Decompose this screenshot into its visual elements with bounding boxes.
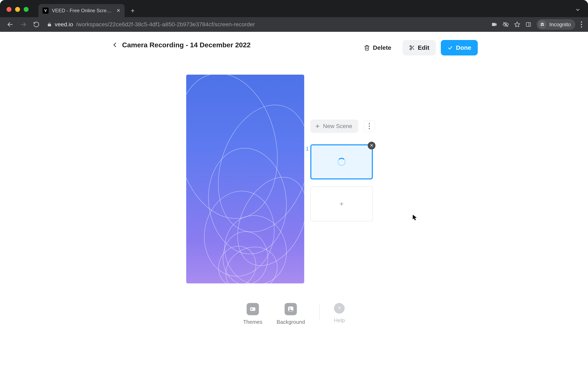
- new-scene-button[interactable]: New Scene: [310, 119, 358, 133]
- svg-line-17: [411, 47, 412, 48]
- background-label: Background: [277, 319, 305, 325]
- window-controls: [7, 7, 29, 12]
- background-icon: [285, 303, 297, 315]
- header-actions: Delete Edit Done: [357, 40, 478, 55]
- done-label: Done: [456, 44, 471, 51]
- new-tab-button[interactable]: +: [127, 5, 138, 16]
- themes-button[interactable]: Themes: [243, 303, 262, 325]
- toolbar-right: Incognito: [491, 19, 582, 30]
- svg-rect-5: [526, 23, 531, 26]
- trash-icon: [364, 45, 370, 51]
- kebab-menu-icon[interactable]: [581, 21, 582, 27]
- edit-button[interactable]: Edit: [403, 40, 436, 55]
- window-zoom-icon[interactable]: [24, 7, 29, 12]
- url-path: /workspaces/22ce6d2f-38c5-4df1-a850-2b97…: [76, 21, 255, 28]
- lock-icon: [47, 22, 52, 27]
- loading-spinner-icon: [337, 158, 346, 166]
- browser-tab[interactable]: V VEED - Free Online Screen & V ✕: [38, 4, 125, 17]
- back-button[interactable]: [110, 40, 120, 50]
- preview-canvas: [186, 75, 304, 284]
- delete-label: Delete: [373, 44, 391, 51]
- svg-point-13: [410, 46, 411, 47]
- svg-rect-34: [250, 308, 255, 311]
- star-icon[interactable]: [514, 21, 520, 27]
- browser-chrome: V VEED - Free Online Screen & V ✕ + veed…: [0, 0, 588, 32]
- preview-artwork: [186, 75, 304, 284]
- window-minimize-icon[interactable]: [15, 7, 20, 12]
- svg-point-23: [223, 232, 268, 284]
- bottom-bar: Themes Background ? Help: [243, 303, 345, 325]
- camera-icon[interactable]: [491, 21, 497, 27]
- svg-point-8: [543, 25, 544, 26]
- nav-back-button[interactable]: [6, 20, 15, 29]
- svg-point-19: [203, 93, 304, 244]
- done-button[interactable]: Done: [441, 40, 478, 55]
- scene-thumbnail[interactable]: ✕: [310, 144, 373, 179]
- tab-title: VEED - Free Online Screen & V: [52, 8, 113, 13]
- scissors-icon: [409, 45, 415, 50]
- divider: [319, 304, 320, 321]
- svg-point-37: [289, 308, 291, 309]
- nav-reload-button[interactable]: [32, 20, 41, 29]
- svg-point-26: [224, 166, 304, 277]
- delete-button[interactable]: Delete: [357, 40, 398, 55]
- svg-marker-4: [515, 22, 520, 27]
- mouse-cursor-icon: [412, 215, 417, 221]
- svg-point-30: [369, 125, 370, 127]
- tab-close-icon[interactable]: ✕: [116, 8, 121, 13]
- url-host: veed.io: [55, 21, 73, 28]
- svg-point-11: [581, 24, 582, 25]
- add-scene-slot[interactable]: [310, 186, 373, 221]
- page-header: Camera Recording - 14 December 2022 Dele…: [0, 40, 588, 50]
- window-close-icon[interactable]: [7, 7, 11, 12]
- help-icon: ?: [334, 303, 345, 314]
- svg-point-18: [186, 75, 290, 228]
- svg-point-10: [581, 21, 582, 23]
- help-label: Help: [334, 317, 345, 324]
- svg-rect-9: [542, 25, 543, 25]
- svg-point-35: [251, 308, 252, 310]
- scenes-more-button[interactable]: [364, 120, 375, 132]
- scenes-panel: New Scene 1 ✕: [310, 119, 392, 221]
- check-icon: [447, 45, 453, 50]
- new-scene-label: New Scene: [323, 123, 352, 129]
- browser-toolbar: veed.io/workspaces/22ce6d2f-38c5-4df1-a8…: [0, 17, 588, 32]
- svg-point-21: [198, 185, 281, 282]
- svg-point-31: [369, 128, 370, 129]
- svg-point-7: [541, 25, 542, 26]
- incognito-chip[interactable]: Incognito: [536, 19, 575, 30]
- incognito-icon: [538, 20, 546, 29]
- scene-remove-button[interactable]: ✕: [368, 142, 375, 150]
- address-bar[interactable]: veed.io/workspaces/22ce6d2f-38c5-4df1-a8…: [45, 21, 487, 28]
- svg-point-29: [369, 123, 370, 124]
- app-content: Camera Recording - 14 December 2022 Dele…: [0, 32, 588, 367]
- background-button[interactable]: Background: [277, 303, 305, 325]
- project-title: Camera Recording - 14 December 2022: [122, 41, 251, 49]
- help-button[interactable]: ? Help: [334, 303, 345, 324]
- sidepanel-icon[interactable]: [526, 22, 531, 27]
- edit-label: Edit: [418, 44, 429, 51]
- svg-line-16: [413, 48, 414, 50]
- themes-icon: [247, 303, 259, 315]
- svg-point-14: [410, 49, 411, 50]
- plus-icon: [315, 124, 320, 129]
- incognito-label: Incognito: [549, 21, 571, 28]
- tabs-overflow-icon[interactable]: [575, 7, 581, 13]
- tab-favicon: V: [43, 8, 49, 14]
- nav-forward-button[interactable]: [19, 20, 28, 29]
- scene-index: 1: [306, 146, 309, 152]
- svg-point-12: [581, 26, 582, 27]
- tab-strip: V VEED - Free Online Screen & V ✕ +: [0, 0, 588, 17]
- eye-off-icon[interactable]: [503, 21, 509, 27]
- scene-card[interactable]: 1 ✕: [310, 144, 392, 179]
- svg-text:?: ?: [338, 306, 341, 310]
- svg-point-20: [203, 144, 292, 258]
- themes-label: Themes: [243, 319, 262, 325]
